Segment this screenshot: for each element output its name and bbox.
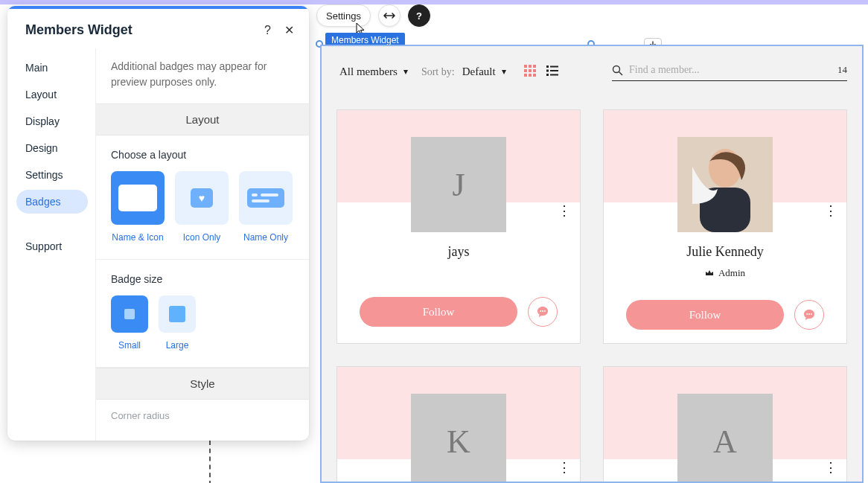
svg-rect-14 (550, 74, 558, 75)
chevron-down-icon: ▾ (403, 66, 408, 77)
member-card: A ⋮ (603, 366, 847, 483)
member-name: jays (337, 244, 580, 260)
filter-dropdown[interactable]: All members ▾ (339, 65, 408, 78)
settings-panel: Members Widget ? ✕ Main Layout Display D… (7, 6, 309, 441)
card-menu-button[interactable]: ⋮ (558, 461, 571, 474)
svg-point-18 (542, 310, 543, 312)
result-count: 14 (837, 64, 847, 76)
svg-point-24 (808, 313, 810, 315)
corner-radius-label: Corner radius (96, 400, 309, 421)
settings-button[interactable]: Settings (316, 4, 371, 27)
follow-button[interactable]: Follow (626, 300, 784, 330)
members-widget-canvas: All members ▾ Sort by: Default ▾ (320, 45, 864, 483)
follow-button[interactable]: Follow (360, 297, 517, 327)
avatar-placeholder: K (411, 394, 506, 483)
svg-rect-1 (529, 65, 532, 68)
svg-rect-0 (524, 65, 527, 68)
size-option-small[interactable]: Small (111, 295, 148, 351)
layout-option-label: Name & Icon (112, 232, 163, 243)
chat-icon (536, 305, 549, 319)
grid-icon (524, 65, 536, 77)
search-input[interactable] (629, 64, 832, 76)
panel-close-button[interactable]: ✕ (284, 23, 294, 37)
member-card: K ⋮ (336, 366, 581, 483)
badge-size-label: Badge size (111, 273, 294, 285)
avatar-placeholder: A (677, 394, 773, 483)
svg-rect-6 (524, 74, 527, 77)
svg-rect-5 (533, 69, 536, 72)
list-view-button[interactable] (546, 65, 558, 79)
svg-rect-3 (524, 69, 527, 72)
info-text: Additional badges may appear for preview… (96, 48, 309, 103)
chat-button[interactable] (794, 300, 824, 330)
layout-option-name-only[interactable]: Name Only (239, 171, 293, 243)
svg-point-15 (613, 65, 620, 72)
card-menu-button[interactable]: ⋮ (558, 204, 571, 217)
sort-dropdown[interactable]: Default ▾ (462, 65, 506, 78)
question-icon: ? (416, 10, 422, 22)
chat-button[interactable] (528, 297, 558, 327)
sort-value: Default (462, 65, 496, 78)
svg-rect-9 (546, 65, 549, 68)
stretch-button[interactable] (378, 4, 401, 27)
svg-point-19 (544, 310, 546, 312)
crown-icon (705, 269, 714, 277)
svg-point-23 (806, 313, 808, 315)
svg-rect-11 (546, 69, 549, 71)
avatar-image (677, 137, 773, 232)
list-icon (546, 65, 558, 76)
size-option-label: Large (166, 340, 189, 351)
svg-point-17 (540, 310, 541, 312)
section-style-head: Style (96, 368, 309, 400)
member-name: Julie Kennedy (604, 244, 846, 260)
svg-rect-8 (533, 74, 536, 77)
search-icon (612, 65, 623, 76)
settings-button-label: Settings (326, 10, 361, 22)
svg-rect-13 (546, 74, 549, 76)
alignment-guide (209, 441, 211, 483)
help-button[interactable]: ? (408, 4, 430, 27)
stretch-icon (383, 11, 395, 20)
layout-option-label: Icon Only (183, 232, 221, 243)
card-menu-button[interactable]: ⋮ (824, 461, 837, 474)
card-menu-button[interactable]: ⋮ (824, 204, 837, 217)
layout-option-label: Name Only (243, 232, 288, 243)
svg-rect-10 (550, 65, 558, 67)
svg-rect-12 (550, 70, 558, 71)
section-layout-head: Layout (96, 103, 309, 135)
side-tab-display[interactable]: Display (16, 109, 88, 133)
side-tab-layout[interactable]: Layout (16, 83, 88, 106)
size-option-large[interactable]: Large (159, 295, 196, 351)
side-tab-design[interactable]: Design (16, 136, 88, 160)
chat-icon (802, 308, 816, 322)
layout-option-name-icon[interactable]: ♥ Name & Icon (111, 171, 165, 243)
side-tab-support[interactable]: Support (16, 234, 88, 258)
svg-point-25 (811, 313, 812, 315)
svg-rect-4 (529, 69, 532, 72)
panel-title: Members Widget (25, 22, 133, 38)
svg-rect-7 (529, 74, 532, 77)
size-option-label: Small (118, 340, 141, 351)
member-card: ⋮ Julie Kennedy Admin Follow (603, 109, 847, 344)
side-tab-settings[interactable]: Settings (16, 163, 88, 187)
member-role: Admin (718, 267, 745, 279)
member-card: J ⋮ jays Follow (336, 109, 581, 344)
side-tab-main[interactable]: Main (16, 56, 88, 80)
grid-view-button[interactable] (524, 65, 536, 80)
side-tabs: Main Layout Display Design Settings Badg… (7, 48, 95, 441)
avatar-placeholder: J (411, 137, 506, 232)
layout-option-icon-only[interactable]: ♥ Icon Only (175, 171, 229, 243)
chevron-down-icon: ▾ (502, 66, 506, 77)
svg-line-16 (619, 71, 623, 75)
choose-layout-label: Choose a layout (111, 149, 294, 161)
sort-by-label: Sort by: (421, 66, 455, 78)
panel-help-button[interactable]: ? (264, 24, 271, 37)
filter-label: All members (339, 65, 398, 78)
svg-rect-2 (533, 65, 536, 68)
side-tab-badges[interactable]: Badges (16, 190, 88, 214)
